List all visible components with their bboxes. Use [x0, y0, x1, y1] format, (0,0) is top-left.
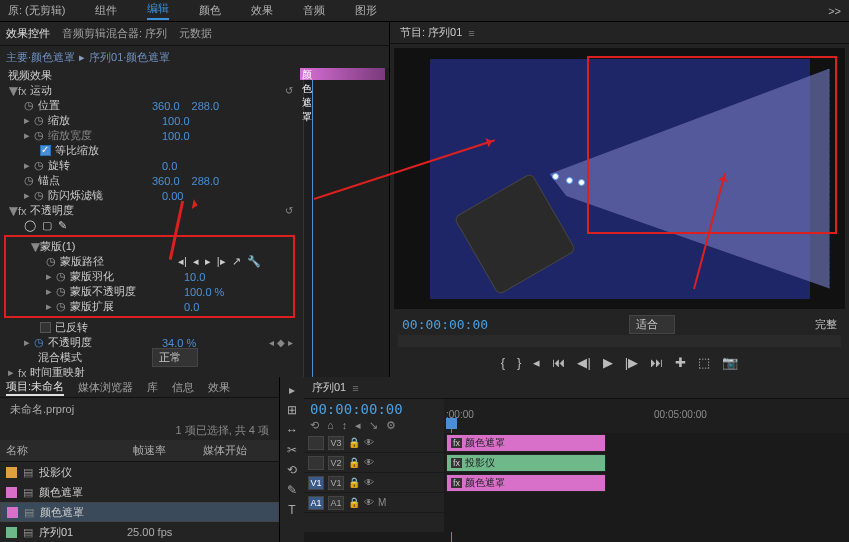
stopwatch-icon[interactable]: ◷	[46, 255, 56, 268]
selection-tool-icon[interactable]: ▸	[289, 383, 295, 397]
eye-icon[interactable]: 👁	[364, 457, 374, 468]
add-marker-icon[interactable]: ◂	[533, 355, 540, 370]
scale-v[interactable]: 100.0	[162, 115, 190, 127]
eye-icon[interactable]: 👁	[364, 437, 374, 448]
twirl-icon[interactable]: ▸	[24, 114, 34, 127]
track-target-toggle[interactable]: A1	[328, 496, 344, 510]
mark-out-icon[interactable]: }	[517, 355, 521, 370]
timeline-tab[interactable]: 序列01	[312, 380, 346, 395]
tl-opt-icon[interactable]: ⚙	[386, 419, 396, 432]
type-tool-icon[interactable]: T	[288, 503, 295, 517]
mask-item[interactable]: 蒙版(1)	[40, 239, 150, 254]
mark-in-icon[interactable]: {	[501, 355, 505, 370]
tab-project[interactable]: 项目:未命名	[6, 379, 64, 396]
ws-tab[interactable]: 编辑	[147, 1, 169, 20]
pen-tool-icon[interactable]: ✎	[287, 483, 297, 497]
col-start[interactable]: 媒体开始	[203, 443, 273, 458]
src-clip-link[interactable]: 主要·颜色遮罩	[6, 50, 75, 65]
tl-opt-icon[interactable]: ◂	[355, 419, 361, 432]
stopwatch-icon[interactable]: ◷	[24, 99, 34, 112]
stopwatch-icon[interactable]: ◷	[34, 159, 44, 172]
mini-playhead[interactable]	[312, 76, 313, 377]
step-fwd-icon[interactable]: |▶	[625, 355, 638, 370]
mask-wrench-icon[interactable]: 🔧	[247, 255, 261, 268]
tl-opt-icon[interactable]: ⟲	[310, 419, 319, 432]
lock-icon[interactable]: 🔒	[348, 497, 360, 508]
track-header[interactable]: V1V1🔒👁	[304, 473, 444, 493]
mask-vertex[interactable]	[578, 179, 585, 186]
export-frame-icon[interactable]: 📷	[722, 355, 738, 370]
effect-timeremap[interactable]: 时间重映射	[30, 365, 140, 377]
go-in-icon[interactable]: ⏮	[552, 355, 565, 370]
mask-rect-icon[interactable]: ▢	[42, 219, 52, 232]
mask-ellipse-icon[interactable]: ◯	[24, 219, 36, 232]
mask-vertex[interactable]	[566, 177, 573, 184]
mask-vertex[interactable]	[552, 173, 559, 180]
ws-tab[interactable]: 颜色	[199, 3, 221, 18]
timeline-scrollbar[interactable]	[304, 532, 849, 542]
stopwatch-icon[interactable]: ◷	[34, 189, 44, 202]
tab-media-browser[interactable]: 媒体浏览器	[78, 380, 133, 395]
tab-effect-controls[interactable]: 效果控件	[6, 26, 50, 41]
effect-motion[interactable]: 运动	[30, 83, 140, 98]
tab-metadata[interactable]: 元数据	[179, 26, 212, 41]
program-tab[interactable]: 节目: 序列01	[400, 25, 462, 40]
project-item[interactable]: ▤颜色遮罩	[0, 502, 279, 522]
ws-tab[interactable]: 组件	[95, 3, 117, 18]
program-scrubber[interactable]	[398, 335, 841, 347]
mask-track-fwd-icon[interactable]: ↗	[232, 255, 241, 268]
ws-tab[interactable]: 效果	[251, 3, 273, 18]
tab-info[interactable]: 信息	[172, 380, 194, 395]
add-keyframe-icon[interactable]: ◂ ◆ ▸	[269, 337, 293, 348]
track-target-toggle[interactable]: V2	[328, 456, 344, 470]
mute-icon[interactable]: M	[378, 497, 386, 508]
track-header[interactable]: V2🔒👁	[304, 453, 444, 473]
inverted-checkbox[interactable]	[40, 322, 51, 333]
overflow-icon[interactable]: >>	[828, 5, 841, 17]
ripple-tool-icon[interactable]: ↔	[286, 423, 298, 437]
lock-icon[interactable]: 🔒	[348, 477, 360, 488]
col-fps[interactable]: 帧速率	[133, 443, 203, 458]
timeline-clip[interactable]: fx投影仪	[446, 454, 606, 472]
pos-x[interactable]: 360.0	[152, 100, 180, 112]
track-target-toggle[interactable]: V3	[328, 436, 344, 450]
track-header[interactable]: V3🔒👁	[304, 433, 444, 453]
program-monitor[interactable]	[394, 48, 845, 309]
effect-opacity[interactable]: 不透明度	[30, 203, 140, 218]
track-select-tool-icon[interactable]: ⊞	[287, 403, 297, 417]
twirl-icon[interactable]: ⯆	[8, 85, 18, 97]
seq-clip-link[interactable]: 序列01·颜色遮罩	[89, 50, 170, 65]
play-icon[interactable]: ▶	[603, 355, 613, 370]
project-item[interactable]: ▤颜色遮罩	[0, 482, 279, 502]
twirl-icon[interactable]: ⯆	[8, 205, 18, 217]
mask-prev-kf-icon[interactable]: ◂	[193, 255, 199, 268]
track-src-toggle[interactable]: A1	[308, 496, 324, 510]
stopwatch-icon[interactable]: ◷	[56, 285, 66, 298]
tl-opt-icon[interactable]: ⌂	[327, 419, 334, 432]
timeline-clip[interactable]: fx颜色遮罩	[446, 434, 606, 452]
pos-y[interactable]: 288.0	[192, 100, 220, 112]
eye-icon[interactable]: 👁	[364, 477, 374, 488]
track-src-toggle[interactable]	[308, 456, 324, 470]
razor-tool-icon[interactable]: ✂	[287, 443, 297, 457]
track-src-toggle[interactable]: V1	[308, 476, 324, 490]
stopwatch-icon[interactable]: ◷	[34, 114, 44, 127]
lock-icon[interactable]: 🔒	[348, 457, 360, 468]
resolution-select[interactable]: 完整	[815, 317, 837, 332]
timeline-ruler[interactable]: :00:00 00:05:00:00	[444, 399, 849, 433]
stopwatch-icon[interactable]: ◷	[56, 270, 66, 283]
lift-icon[interactable]: ✚	[675, 355, 686, 370]
tab-effects[interactable]: 效果	[208, 380, 230, 395]
mask-pen-icon[interactable]: ✎	[58, 219, 67, 232]
track-src-toggle[interactable]	[308, 436, 324, 450]
track-target-toggle[interactable]: V1	[328, 476, 344, 490]
ws-tab[interactable]: 音频	[303, 3, 325, 18]
tab-audio-mixer[interactable]: 音频剪辑混合器: 序列	[62, 26, 167, 41]
reset-icon[interactable]: ↺	[285, 85, 293, 96]
timeline-timecode[interactable]: 00:00:00:00	[310, 401, 438, 417]
lock-icon[interactable]: 🔒	[348, 437, 360, 448]
zoom-select[interactable]: 适合	[629, 315, 675, 334]
go-out-icon[interactable]: ⏭	[650, 355, 663, 370]
slip-tool-icon[interactable]: ⟲	[287, 463, 297, 477]
tab-library[interactable]: 库	[147, 380, 158, 395]
